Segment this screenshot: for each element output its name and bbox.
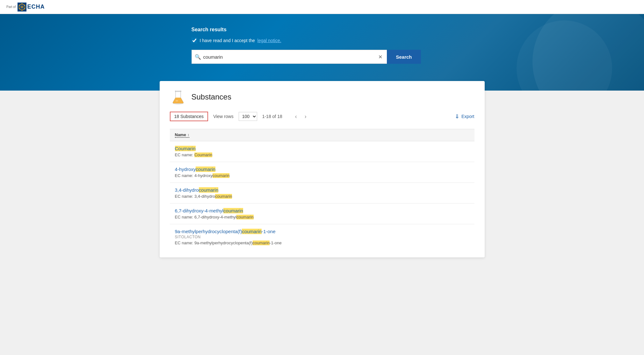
ec-name-row: EC name: Coumarin [175, 152, 469, 157]
table-row: 6,7-dihydroxy-4-methylcoumarin EC name: … [170, 203, 474, 224]
top-bar: Part of ECHA [0, 0, 644, 14]
search-button[interactable]: Search [387, 50, 421, 64]
next-page-button[interactable]: › [302, 113, 309, 121]
synonym-label: SITOLACTON [175, 235, 469, 239]
legal-notice-checkbox[interactable] [192, 38, 197, 43]
substances-count-badge[interactable]: 18 Substances [170, 112, 208, 121]
ec-name-row: EC name: 6,7-dihydroxy-4-methylcoumarin [175, 215, 469, 219]
legal-notice-row: I have read and I accept the legal notic… [192, 38, 453, 43]
table-row: 3,4-dihydrocoumarin EC name: 3,4-dihydro… [170, 183, 474, 203]
search-bar: 🔍 ✕ Search [192, 50, 421, 64]
svg-rect-7 [176, 91, 181, 92]
substances-header: Substances [170, 89, 474, 105]
substance-name[interactable]: Coumarin [175, 146, 196, 151]
table-header: Name ↕ [170, 129, 474, 141]
search-icon: 🔍 [195, 54, 201, 60]
substance-name-link[interactable]: 4-hydroxycoumarin [175, 166, 469, 172]
echa-cube-icon [18, 3, 26, 11]
view-rows-select[interactable]: 100 50 25 [239, 112, 257, 121]
part-of-text: Part of [6, 5, 16, 9]
search-results-title: Search results [192, 27, 453, 33]
substance-name-link[interactable]: 6,7-dihydroxy-4-methylcoumarin [175, 208, 469, 213]
search-input[interactable] [192, 50, 387, 64]
substance-name-link[interactable]: Coumarin [175, 146, 469, 151]
svg-point-8 [176, 100, 178, 101]
substances-section-title: Substances [192, 92, 231, 101]
prev-page-button[interactable]: ‹ [293, 113, 300, 121]
sort-icon: ↕ [187, 133, 189, 137]
toolbar: 18 Substances View rows 100 50 25 1-18 o… [170, 112, 474, 125]
legal-notice-text: I have read and I accept the legal notic… [200, 38, 281, 43]
echa-logo: ECHA [18, 3, 45, 11]
name-column-header[interactable]: Name ↕ [175, 132, 189, 138]
substance-name[interactable]: 3,4-dihydrocoumarin [175, 187, 219, 193]
main-content: Substances 18 Substances View rows 100 5… [147, 81, 497, 257]
echa-name-text: ECHA [27, 4, 45, 10]
flask-icon [170, 89, 186, 105]
hero-section: Search results I have read and I accept … [0, 14, 644, 91]
search-input-wrapper: 🔍 ✕ [192, 50, 387, 64]
ec-name-row: EC name: 9a-methylperhydrocyclopenta(f)c… [175, 240, 469, 245]
clear-search-button[interactable]: ✕ [376, 53, 384, 61]
logo-area: Part of ECHA [6, 3, 45, 11]
substance-name[interactable]: 4-hydroxycoumarin [175, 166, 216, 172]
table-row: 9a-methylperhydrocyclopenta(f)coumarin-1… [170, 224, 474, 250]
substance-name-link[interactable]: 9a-methylperhydrocyclopenta(f)coumarin-1… [175, 229, 469, 234]
export-icon: ⇓ [455, 113, 459, 120]
results-card: Substances 18 Substances View rows 100 5… [160, 81, 485, 257]
pagination-nav: ‹ › [293, 113, 309, 121]
legal-notice-link[interactable]: legal notice. [257, 38, 281, 43]
export-button[interactable]: ⇓ Export [455, 113, 474, 120]
table-row: 4-hydroxycoumarin EC name: 4-hydroxycoum… [170, 162, 474, 183]
substance-name[interactable]: 6,7-dihydroxy-4-methylcoumarin [175, 208, 243, 213]
substance-name[interactable]: 9a-methylperhydrocyclopenta(f)coumarin-1… [175, 229, 276, 234]
pagination-info: 1-18 of 18 [262, 114, 282, 119]
table-row: Coumarin EC name: Coumarin [170, 141, 474, 162]
ec-name-row: EC name: 3,4-dihydrocoumarin [175, 194, 469, 199]
ec-name-row: EC name: 4-hydroxycoumarin [175, 173, 469, 178]
substance-name-link[interactable]: 3,4-dihydrocoumarin [175, 187, 469, 193]
view-rows-label: View rows [213, 114, 234, 119]
